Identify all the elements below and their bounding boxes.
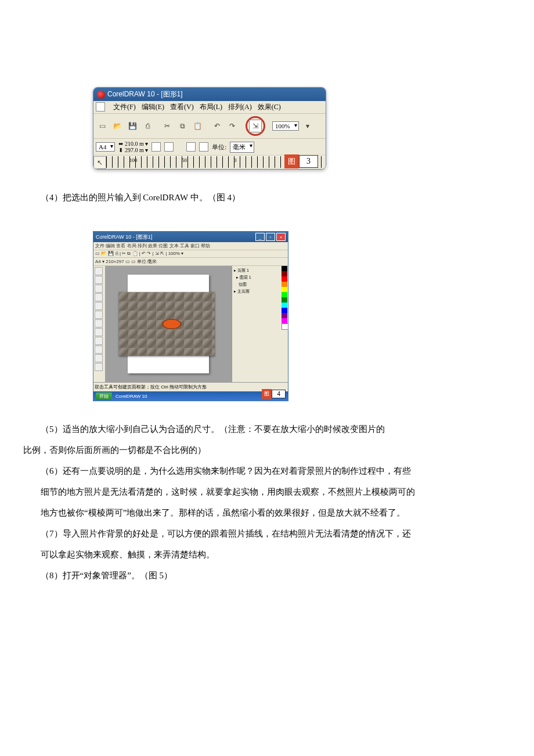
open-icon[interactable]: 📂	[111, 120, 124, 132]
cut-icon[interactable]: ✂	[161, 120, 174, 132]
import-button-highlight: ⇲	[246, 116, 265, 136]
portrait-icon[interactable]	[151, 142, 161, 152]
start-button[interactable]: 开始	[96, 393, 112, 400]
step-5-line-1: （5）适当的放大缩小到自己认为合适的尺寸。（注意：不要在放大缩小的时候改变图片的	[23, 419, 511, 440]
tool-icon[interactable]	[95, 293, 103, 301]
step-6-line-3: 地方也被你“模棱两可”地做出来了。那样的话，虽然缩小看的效果很好，但是放大就不经…	[23, 502, 511, 523]
tool-icon[interactable]	[95, 337, 103, 345]
window-title: CorelDRAW 10 - [图形1]	[107, 89, 183, 99]
color-palette	[281, 266, 288, 382]
window-title-bar: CorelDRAW 10 - [图形1] _ ▫ ×	[93, 232, 288, 242]
swatch[interactable]	[282, 292, 287, 297]
swatch[interactable]	[282, 271, 287, 276]
tool-icon[interactable]	[95, 302, 103, 310]
taskbar: 开始 CorelDRAW 10	[93, 391, 288, 401]
figure-3-label: 图 3	[284, 154, 318, 168]
landscape-icon[interactable]	[164, 142, 174, 152]
app-icon	[97, 91, 105, 99]
swatch[interactable]	[282, 282, 287, 287]
caption-step-4: （4）把选出的照片输入到 CorelDRAW 中。（图 4）	[23, 187, 511, 208]
figure-4-label: 图 4	[262, 389, 286, 399]
tool-icon[interactable]	[95, 311, 103, 319]
swatch[interactable]	[282, 303, 287, 308]
toolbar-row-1: ▭ 📂 💾 ⎙ | ✂ ⧉ 📋 | ↶ ↷ | ⇲ ⇱ | 100% ▾	[93, 250, 288, 258]
imported-photo[interactable]	[119, 292, 215, 356]
redo-icon[interactable]: ↷	[226, 120, 239, 132]
paper-size-select[interactable]: A4	[96, 142, 115, 152]
menu-arrange[interactable]: 排列(A)	[228, 102, 252, 112]
step-6-line-2: 细节的地方照片是无法看清楚的，这时候，就要拿起实物，用肉眼去观察，不然照片上模棱…	[23, 481, 511, 502]
menu-file[interactable]: 文件(F)	[113, 102, 136, 112]
menu-effects[interactable]: 效果(C)	[258, 102, 281, 112]
page-icon-2[interactable]	[199, 142, 208, 152]
coreldraw-full-window: CorelDRAW 10 - [图形1] _ ▫ × 文件 编辑 查看 布局 排…	[93, 231, 288, 401]
minimize-icon[interactable]: _	[255, 233, 265, 241]
object-manager-docker: ▸ 页面 1 ▸ 图层 1 位图 ▸ 主页面	[232, 266, 281, 382]
menu-view[interactable]: 查看(V)	[170, 102, 194, 112]
tool-icon[interactable]	[95, 285, 103, 293]
import-icon[interactable]: ⇲	[249, 120, 262, 132]
paste-icon[interactable]: 📋	[191, 120, 204, 132]
tool-icon[interactable]	[95, 363, 103, 371]
menu-bar: 文件 编辑 查看 布局 排列 效果 位图 文本 工具 窗口 帮助	[93, 242, 288, 250]
page	[128, 275, 209, 373]
docker-entry[interactable]: ▸ 图层 1	[233, 274, 280, 281]
tool-icon[interactable]	[95, 276, 103, 284]
toolbar-row-2: A4 ▾ 210×297 ▭ ▭ 单位:毫米	[93, 258, 288, 266]
swatch[interactable]	[282, 287, 287, 292]
swatch[interactable]	[282, 313, 287, 318]
menu-layout[interactable]: 布局(L)	[200, 102, 222, 112]
step-8: （8）打开“对象管理器”。（图 5）	[23, 565, 511, 586]
dropdown-icon[interactable]: ▾	[301, 120, 314, 132]
docker-entry[interactable]: ▸ 页面 1	[233, 267, 280, 274]
menu-edit[interactable]: 编辑(E)	[142, 102, 164, 112]
close-icon[interactable]: ×	[276, 233, 286, 241]
swatch[interactable]	[282, 318, 287, 323]
swatch[interactable]	[282, 323, 288, 330]
taskbar-item[interactable]: CorelDRAW 10	[116, 394, 147, 399]
print-icon[interactable]: ⎙	[141, 120, 154, 132]
units-label: 单位:	[212, 143, 226, 152]
property-bar: A4 ⬌ 210.0 m ▾ ⬍ 297.0 m ▾ 单位: 毫米	[93, 139, 326, 156]
tool-icon[interactable]	[95, 319, 103, 327]
tool-icon[interactable]	[95, 328, 103, 336]
tool-icon[interactable]	[95, 267, 103, 275]
canvas[interactable]	[105, 266, 232, 382]
new-icon[interactable]: ▭	[96, 120, 109, 132]
step-7-line-2: 可以拿起实物来观察、触摸，来弄清楚结构。	[23, 544, 511, 565]
standard-toolbar: ▭ 📂 💾 ⎙ ✂ ⧉ 📋 ↶ ↷ ⇲ 100% ▾	[93, 114, 326, 139]
page-icon[interactable]	[186, 142, 196, 152]
status-bar: 双击工具可创建页面框架；按住 Ctrl 拖动可限制为方形	[93, 382, 288, 391]
units-select[interactable]: 毫米	[230, 142, 254, 153]
step-5-line-2: 比例，否则你后面所画的一切都是不合比例的）	[23, 440, 511, 460]
tool-icon[interactable]	[95, 354, 103, 362]
figure-3: CorelDRAW 10 - [图形1] 文件(F) 编辑(E) 查看(V) 布…	[93, 87, 511, 170]
pick-tool-icon[interactable]: ↖	[93, 156, 106, 169]
docker-entry[interactable]: 位图	[233, 281, 280, 288]
window-title-bar: CorelDRAW 10 - [图形1]	[93, 88, 326, 101]
swatch[interactable]	[282, 266, 287, 271]
page-dimensions: ⬌ 210.0 m ▾ ⬍ 297.0 m ▾	[118, 141, 148, 153]
swatch[interactable]	[282, 276, 287, 282]
swatch[interactable]	[282, 308, 287, 313]
step-6-line-1: （6）还有一点要说明的是，为什么选用实物来制作呢？因为在对着背景照片的制作过程中…	[23, 460, 511, 481]
save-icon[interactable]: 💾	[126, 120, 139, 132]
menu-bar: 文件(F) 编辑(E) 查看(V) 布局(L) 排列(A) 效果(C)	[93, 101, 326, 114]
docker-entry[interactable]: ▸ 主页面	[233, 288, 280, 295]
window-title: CorelDRAW 10 - [图形1]	[96, 233, 152, 241]
figure-4: CorelDRAW 10 - [图形1] _ ▫ × 文件 编辑 查看 布局 排…	[93, 231, 511, 401]
tool-icon[interactable]	[95, 345, 103, 354]
step-7-line-1: （7）导入照片作背景的好处是，可以方便的跟着照片插线，在结构照片无法看清楚的情况…	[23, 523, 511, 544]
zoom-select[interactable]: 100%	[272, 121, 299, 131]
maximize-icon[interactable]: ▫	[266, 233, 275, 241]
toolbox	[93, 266, 105, 382]
tutorial-text: （5）适当的放大缩小到自己认为合适的尺寸。（注意：不要在放大缩小的时候改变图片的…	[23, 419, 511, 586]
copy-icon[interactable]: ⧉	[176, 120, 189, 132]
swatch[interactable]	[282, 297, 287, 303]
document-icon	[96, 102, 105, 111]
undo-icon[interactable]: ↶	[211, 120, 223, 132]
